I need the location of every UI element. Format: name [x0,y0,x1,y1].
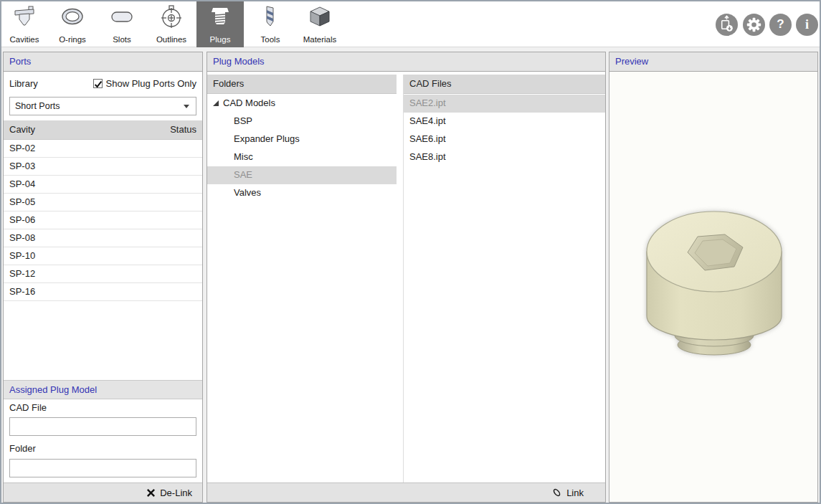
plug-models-panel-title: Plug Models [207,52,605,72]
file-item-sae6[interactable]: SAE6.ipt [404,130,605,148]
cavity-row[interactable]: SP-05 [4,194,202,211]
tab-materials[interactable]: Materials [297,1,343,47]
slot-icon [110,5,134,29]
close-icon [146,488,156,498]
folder-label: Folder [9,443,36,454]
link-button[interactable]: Link [551,483,584,502]
update-icon [716,14,738,36]
show-plug-ports-only-checkbox[interactable]: Show Plug Ports Only [93,78,196,89]
assigned-plug-model-title: Assigned Plug Model [4,380,202,399]
tree-item-cad-models[interactable]: CAD Models [207,95,397,113]
settings-button[interactable] [743,14,765,36]
app-window: Cavities O-rings Slots [0,0,821,504]
preview-panel: Preview [609,52,818,503]
main-toolbar: Cavities O-rings Slots [1,1,820,47]
material-cube-icon [308,5,332,29]
cavity-row[interactable]: SP-16 [4,283,202,301]
cavity-row[interactable]: SP-03 [4,158,202,176]
tree-item-expander-plugs[interactable]: Expander Plugs [207,130,397,148]
tree-item-misc[interactable]: Misc [207,148,397,166]
cavity-row[interactable]: SP-08 [4,229,202,247]
tab-cavities[interactable]: Cavities [1,1,47,47]
help-button[interactable]: ? [769,14,792,36]
tree-item-sae[interactable]: SAE [207,166,397,184]
help-icon: ? [769,14,792,36]
tab-label: Outlines [148,35,194,44]
preview-panel-title: Preview [609,52,817,72]
ports-panel: Ports Library Show Plug Ports Only Short… [3,52,203,503]
tab-label: Slots [99,35,145,44]
cavity-row[interactable]: SP-06 [4,211,202,229]
folders-header: Folders [207,75,397,94]
link-icon [551,487,562,498]
cavity-row[interactable]: SP-12 [4,265,202,283]
col-cavity: Cavity [9,124,35,135]
cad-file-field[interactable] [9,417,196,436]
tree-item-bsp[interactable]: BSP [207,113,397,130]
cavity-row[interactable]: SP-02 [4,140,202,158]
library-dropdown[interactable]: Short Ports [9,97,196,115]
checkbox-box[interactable] [93,79,103,88]
folder-field[interactable] [9,459,196,477]
models-bottom-bar: Link [207,482,605,502]
tab-label: Tools [247,35,293,44]
tree-item-label: CAD Models [223,98,275,108]
tab-label: Plugs [196,35,244,44]
tab-label: Materials [297,35,343,44]
cavity-table-header: Cavity Status [4,120,202,140]
col-status: Status [170,120,196,139]
tree-item-valves[interactable]: Valves [207,184,397,202]
plug-icon [208,5,232,29]
oring-icon [60,5,85,29]
file-item-sae8[interactable]: SAE8.ipt [404,148,605,166]
chevron-down-icon [184,105,189,108]
cad-file-label: CAD File [9,402,47,413]
file-item-sae2[interactable]: SAE2.ipt [404,95,605,113]
tab-outlines[interactable]: Outlines [148,1,194,47]
checkmark-icon [94,80,103,89]
cad-files-header: CAD Files [404,75,605,94]
delink-button-label: De-Link [160,488,192,498]
info-button[interactable]: i [796,14,818,36]
tab-plugs[interactable]: Plugs [196,1,244,47]
link-button-label: Link [566,488,584,498]
plug-3d-preview [642,210,789,362]
tab-slots[interactable]: Slots [99,1,145,47]
tab-label: Cavities [1,35,47,44]
info-icon: i [796,14,818,36]
library-label: Library [9,78,38,89]
cavity-row[interactable]: SP-04 [4,176,202,194]
cavity-icon [12,5,37,29]
tab-label: O-rings [49,35,95,44]
tree-expanded-icon [212,100,219,107]
checkbox-label: Show Plug Ports Only [106,78,196,89]
tab-tools[interactable]: Tools [247,1,293,47]
outline-target-icon [159,5,184,29]
ports-panel-title: Ports [4,52,202,72]
library-dropdown-value: Short Ports [15,101,60,111]
ports-bottom-bar: De-Link [4,482,202,502]
update-button[interactable] [716,14,738,36]
tool-bit-icon [258,5,283,29]
plug-models-panel: Plug Models Folders CAD Files CAD Models… [207,52,606,503]
gear-icon [743,14,765,36]
tab-orings[interactable]: O-rings [49,1,95,47]
cavity-row[interactable]: SP-10 [4,247,202,265]
file-item-sae4[interactable]: SAE4.ipt [404,113,605,130]
delink-button[interactable]: De-Link [146,483,192,502]
cavity-list: SP-02 SP-03 SP-04 SP-05 SP-06 SP-08 SP-1… [4,140,202,301]
